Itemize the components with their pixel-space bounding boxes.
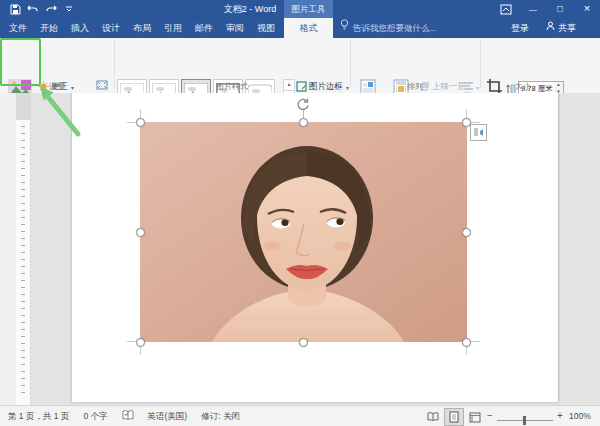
zoom-slider-handle[interactable]	[523, 416, 526, 425]
vertical-ruler[interactable]	[16, 93, 31, 405]
undo-icon[interactable]	[26, 2, 40, 16]
person-icon	[546, 18, 555, 38]
tab-mailings[interactable]: 邮件	[188, 18, 220, 38]
resize-handle-bottom-center[interactable]	[299, 338, 308, 347]
save-icon[interactable]	[8, 2, 22, 16]
ruler-ticks	[21, 120, 25, 398]
tab-format-active[interactable]: 格式	[284, 18, 333, 38]
read-mode-button[interactable]	[423, 408, 443, 426]
word-window: 文档2 - Word 图片工具 文件 开始 插入 设计 布局 引用 邮件 审阅 …	[0, 0, 600, 426]
lightbulb-icon	[340, 18, 349, 38]
annotation-highlight-box	[0, 38, 41, 86]
minimize-button[interactable]	[521, 0, 545, 18]
close-button[interactable]	[575, 0, 599, 18]
zoom-in-button[interactable]: +	[557, 406, 563, 426]
redo-icon[interactable]	[44, 2, 58, 16]
print-layout-button[interactable]	[444, 408, 464, 426]
page-indicator[interactable]: 第 1 页，共 1 页	[8, 411, 69, 423]
layout-options-button[interactable]	[470, 124, 487, 141]
resize-handle-top-left[interactable]	[136, 118, 145, 127]
word-count[interactable]: 0 个字	[83, 411, 107, 423]
zoom-out-button[interactable]: −	[487, 406, 493, 426]
resize-handle-middle-right[interactable]	[462, 228, 471, 237]
resize-handle-bottom-right[interactable]	[462, 338, 471, 347]
ruler-margin-zone	[16, 93, 30, 120]
document-picture[interactable]	[140, 122, 467, 342]
tab-home[interactable]: 开始	[33, 18, 65, 38]
title-bar: 文档2 - Word 图片工具	[0, 0, 600, 18]
share-label: 共享	[558, 18, 576, 38]
tab-file[interactable]: 文件	[2, 18, 34, 38]
tab-view[interactable]: 视图	[250, 18, 282, 38]
web-layout-button[interactable]	[465, 408, 485, 426]
tab-design[interactable]: 设计	[95, 18, 127, 38]
resize-handle-bottom-left[interactable]	[136, 338, 145, 347]
tab-review[interactable]: 审阅	[219, 18, 251, 38]
resize-handle-top-center[interactable]	[299, 118, 308, 127]
rotate-handle-icon[interactable]	[295, 96, 311, 112]
tab-references[interactable]: 引用	[157, 18, 189, 38]
track-changes-indicator[interactable]: 修订: 关闭	[201, 411, 240, 423]
picture-styles-group-label: 图片样式	[114, 81, 350, 92]
proofing-icon[interactable]	[122, 410, 134, 423]
maximize-button[interactable]	[548, 0, 572, 18]
tab-layout[interactable]: 布局	[126, 18, 158, 38]
language-indicator[interactable]: 英语(美国)	[148, 411, 188, 423]
zoom-level[interactable]: 100%	[569, 406, 591, 426]
sign-in-button[interactable]: 登录	[511, 18, 529, 38]
tab-insert[interactable]: 插入	[64, 18, 96, 38]
picture-tools-header: 图片工具	[284, 0, 333, 18]
ribbon: 删除背景 更正 颜色 艺术效果	[0, 38, 600, 94]
size-group-label: 大小	[480, 81, 566, 92]
ribbon-tab-row: 文件 开始 插入 设计 布局 引用 邮件 审阅 视图 格式 告诉我您想要做什么.…	[0, 18, 600, 38]
resize-handle-middle-left[interactable]	[136, 228, 145, 237]
tell-me-label: 告诉我您想要做什么...	[353, 18, 437, 38]
arrange-group-label: 排列	[350, 81, 480, 92]
share-button[interactable]: 共享	[546, 18, 576, 38]
ruler-gutter	[0, 93, 16, 405]
status-bar: 第 1 页，共 1 页 0 个字 英语(美国) 修订: 关闭 − + 100%	[0, 405, 600, 426]
ribbon-display-options-icon[interactable]	[499, 2, 513, 16]
document-area	[0, 93, 600, 405]
tell-me-box[interactable]: 告诉我您想要做什么...	[340, 18, 437, 38]
qat-customize-icon[interactable]	[62, 2, 76, 16]
